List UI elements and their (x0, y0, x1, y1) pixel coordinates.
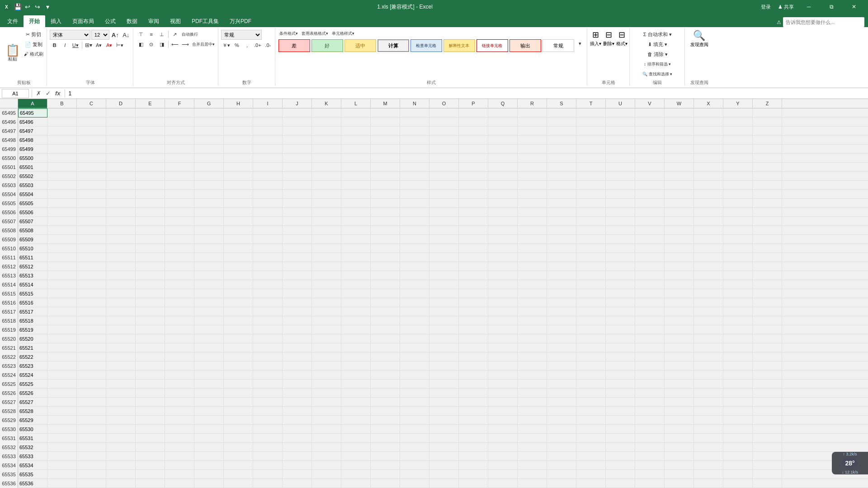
grid-cell[interactable] (694, 371, 723, 380)
grid-cell[interactable] (429, 452, 459, 461)
grid-cell[interactable] (665, 443, 694, 452)
grid-cell[interactable]: 65499 (18, 145, 47, 154)
grid-cell[interactable] (694, 443, 723, 452)
grid-cell[interactable] (576, 316, 606, 325)
grid-cell[interactable] (606, 425, 635, 434)
grid-cell[interactable] (723, 407, 753, 416)
grid-cell[interactable] (665, 389, 694, 398)
grid-cell[interactable] (635, 452, 665, 461)
grid-cell[interactable] (665, 398, 694, 407)
grid-cell[interactable] (547, 217, 576, 226)
grid-cell[interactable] (547, 208, 576, 217)
grid-cell[interactable] (635, 199, 665, 208)
grid-cell[interactable] (341, 334, 371, 343)
grid-cell[interactable] (371, 217, 400, 226)
grid-cell[interactable] (429, 298, 459, 307)
grid-cell[interactable] (547, 117, 576, 127)
grid-cell[interactable] (194, 271, 224, 280)
grid-cell[interactable] (753, 361, 782, 371)
insert-function-icon[interactable]: fx (54, 90, 62, 97)
grid-cell[interactable] (77, 425, 106, 434)
grid-cell[interactable] (488, 108, 518, 117)
border-btn[interactable]: ⊞▾ (84, 41, 94, 50)
grid-cell[interactable] (106, 307, 136, 316)
grid-cell[interactable] (283, 398, 312, 407)
grid-cell[interactable] (77, 235, 106, 244)
grid-cell[interactable] (283, 425, 312, 434)
grid-cell[interactable] (165, 127, 194, 136)
grid-cell[interactable] (400, 334, 429, 343)
grid-cell[interactable] (488, 145, 518, 154)
grid-cell[interactable] (77, 443, 106, 452)
grid-cell[interactable] (518, 117, 547, 127)
grid-cell[interactable]: 65500 (18, 154, 47, 163)
grid-cell[interactable] (723, 136, 753, 145)
grid-cell[interactable] (47, 208, 77, 217)
grid-cell[interactable] (606, 127, 635, 136)
grid-cell[interactable] (283, 226, 312, 235)
grid-cell[interactable] (77, 343, 106, 352)
italic-btn[interactable]: I (60, 41, 70, 50)
grid-cell[interactable] (488, 316, 518, 325)
grid-cell[interactable] (606, 262, 635, 271)
grid-cell[interactable] (77, 325, 106, 334)
grid-cell[interactable] (194, 443, 224, 452)
grid-cell[interactable] (547, 416, 576, 425)
grid-cell[interactable] (165, 154, 194, 163)
grid-cell[interactable] (371, 127, 400, 136)
grid-cell[interactable] (224, 190, 253, 199)
grid-cell[interactable] (723, 298, 753, 307)
grid-cell[interactable] (47, 117, 77, 127)
grid-cell[interactable] (694, 452, 723, 461)
grid-cell[interactable] (253, 371, 283, 380)
grid-cell[interactable] (665, 479, 694, 488)
grid-cell[interactable] (253, 434, 283, 443)
grid-cell[interactable] (136, 398, 165, 407)
grid-cell[interactable] (488, 190, 518, 199)
grid-cell[interactable] (635, 398, 665, 407)
grid-cell[interactable] (224, 154, 253, 163)
grid-cell[interactable] (194, 280, 224, 289)
grid-cell[interactable] (371, 407, 400, 416)
grid-cell[interactable] (312, 235, 341, 244)
grid-cell[interactable] (635, 136, 665, 145)
grid-cell[interactable] (547, 461, 576, 470)
grid-cell[interactable]: 65513 (18, 271, 47, 280)
grid-cell[interactable] (694, 226, 723, 235)
grid-cell[interactable] (665, 416, 694, 425)
grid-cell[interactable] (283, 416, 312, 425)
grid-cell[interactable] (47, 470, 77, 479)
row-number[interactable]: 65511 (0, 253, 18, 262)
grid-cell[interactable] (488, 425, 518, 434)
grid-cell[interactable] (371, 380, 400, 389)
grid-cell[interactable] (283, 108, 312, 117)
undo-quick-btn[interactable]: ↩ (24, 3, 32, 11)
grid-cell[interactable] (106, 325, 136, 334)
grid-cell[interactable] (665, 425, 694, 434)
grid-cell[interactable] (694, 172, 723, 181)
grid-cell[interactable] (723, 289, 753, 298)
grid-cell[interactable] (283, 136, 312, 145)
grid-cell[interactable] (312, 190, 341, 199)
grid-cell[interactable] (136, 407, 165, 416)
grid-cell[interactable] (606, 181, 635, 190)
grid-cell[interactable] (694, 235, 723, 244)
grid-cell[interactable] (224, 271, 253, 280)
grid-cell[interactable] (518, 289, 547, 298)
grid-cell[interactable] (77, 253, 106, 262)
grid-cell[interactable] (606, 145, 635, 154)
grid-cell[interactable] (136, 163, 165, 172)
grid-cell[interactable] (400, 361, 429, 371)
grid-cell[interactable] (753, 325, 782, 334)
auto-wrap-btn[interactable]: 自动换行 (180, 30, 199, 39)
grid-cell[interactable] (488, 280, 518, 289)
row-number[interactable]: 65533 (0, 452, 18, 461)
grid-cell[interactable] (253, 154, 283, 163)
grid-cell[interactable] (518, 145, 547, 154)
row-number[interactable]: 65500 (0, 154, 18, 163)
grid-cell[interactable] (518, 443, 547, 452)
grid-cell[interactable] (606, 380, 635, 389)
grid-cell[interactable] (253, 380, 283, 389)
grid-cell[interactable] (635, 334, 665, 343)
grid-cell[interactable] (547, 343, 576, 352)
